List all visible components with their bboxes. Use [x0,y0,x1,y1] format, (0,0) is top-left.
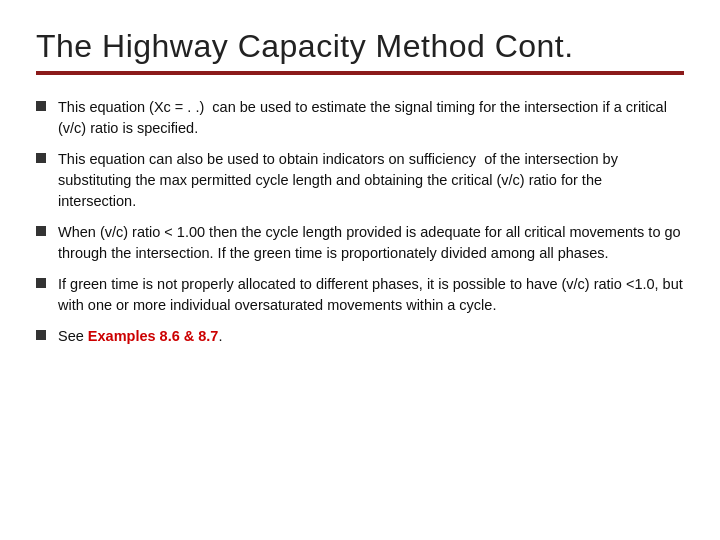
bullet-marker [36,274,58,288]
slide-title: The Highway Capacity Method Cont. [36,28,684,65]
bullet-text: If green time is not properly allocated … [58,274,684,316]
list-item: If green time is not properly allocated … [36,274,684,316]
bullet-marker [36,222,58,236]
bullet-marker [36,326,58,340]
slide: The Highway Capacity Method Cont. This e… [0,0,720,540]
bullet-text: This equation can also be used to obtain… [58,149,684,212]
slide-content: This equation (Xc = . .) can be used to … [36,97,684,516]
bullet-list: This equation (Xc = . .) can be used to … [36,97,684,357]
bullet-marker [36,149,58,163]
bullet-square-icon [36,226,46,236]
list-item: See Examples 8.6 & 8.7. [36,326,684,347]
bullet-text: See Examples 8.6 & 8.7. [58,326,684,347]
title-area: The Highway Capacity Method Cont. [36,28,684,89]
list-item: This equation can also be used to obtain… [36,149,684,212]
bullet-square-icon [36,278,46,288]
list-item: This equation (Xc = . .) can be used to … [36,97,684,139]
bullet-square-icon [36,330,46,340]
bullet-text: When (v/c) ratio < 1.00 then the cycle l… [58,222,684,264]
examples-highlight: Examples 8.6 & 8.7 [88,328,219,344]
bullet-square-icon [36,101,46,111]
list-item: When (v/c) ratio < 1.00 then the cycle l… [36,222,684,264]
bullet-square-icon [36,153,46,163]
title-underline [36,71,684,75]
bullet-text: This equation (Xc = . .) can be used to … [58,97,684,139]
bullet-marker [36,97,58,111]
